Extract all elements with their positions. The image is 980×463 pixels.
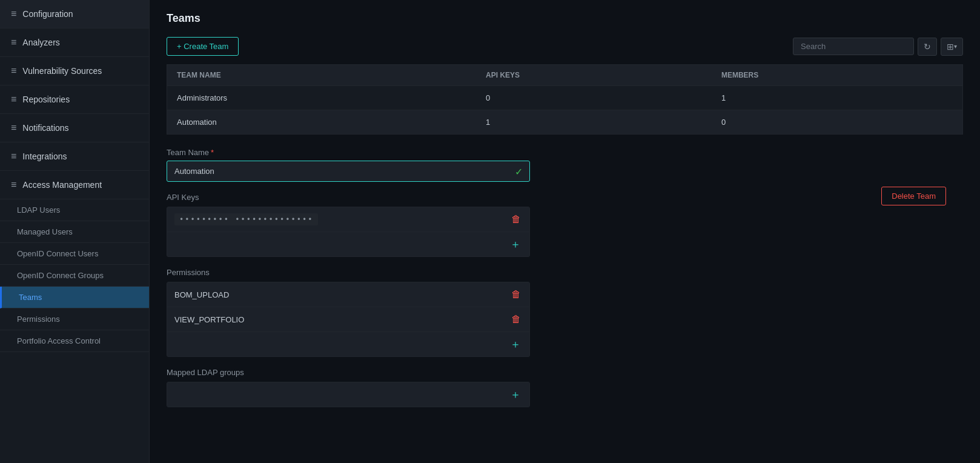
sidebar: ≡ Configuration ≡ Analyzers ≡ Vulnerabil…: [0, 0, 150, 463]
toolbar-right: ↻ ⊞ ▾: [793, 38, 963, 56]
permission-row-bom-upload: BOM_UPLOAD 🗑: [167, 282, 529, 307]
sidebar-repos-label: Repositories: [22, 95, 70, 104]
add-ldap-group-button[interactable]: ＋: [509, 386, 522, 403]
col-members: Members: [712, 65, 963, 86]
sidebar-access-label: Access Management: [22, 180, 102, 190]
sidebar-integrations-label: Integrations: [22, 152, 67, 161]
trash-icon-perm1: 🗑: [511, 289, 521, 299]
toolbar: + Create Team ↻ ⊞ ▾: [167, 37, 963, 56]
delete-permission-bom-button[interactable]: 🗑: [510, 288, 522, 301]
hamburger-icon-2: ≡: [11, 37, 16, 48]
refresh-button[interactable]: ↻: [918, 38, 937, 56]
api-key-add-row: ＋: [167, 232, 529, 256]
columns-icon: ⊞: [947, 42, 954, 52]
sidebar-vuln-label: Vulnerability Sources: [22, 66, 102, 76]
hamburger-icon: ≡: [11, 8, 16, 19]
plus-icon-perm: ＋: [510, 338, 521, 350]
table-row[interactable]: Automation 1 0: [167, 110, 963, 135]
hamburger-icon-4: ≡: [11, 94, 16, 105]
trash-icon: 🗑: [511, 214, 521, 224]
permission-add-row: ＋: [167, 332, 529, 356]
page-title: Teams: [167, 12, 963, 25]
check-icon: ✓: [515, 165, 523, 177]
sidebar-item-analyzers[interactable]: ≡ Analyzers: [0, 28, 149, 57]
sidebar-item-openid-users[interactable]: OpenID Connect Users: [0, 243, 149, 265]
main-wrapper: Teams + Create Team ↻ ⊞ ▾ Team Name API …: [167, 12, 963, 418]
sidebar-sub-items: LDAP Users Managed Users OpenID Connect …: [0, 199, 149, 352]
dropdown-arrow-icon: ▾: [954, 43, 957, 50]
api-key-row: ••••••••• •••••••••••••• 🗑: [167, 207, 529, 232]
main-content: Teams + Create Team ↻ ⊞ ▾ Team Name API …: [150, 0, 980, 463]
api-keys-label: API Keys: [167, 193, 963, 202]
delete-team-button[interactable]: Delete Team: [881, 187, 946, 205]
required-star: *: [211, 148, 214, 157]
sidebar-item-configuration[interactable]: ≡ Configuration: [0, 0, 149, 28]
hamburger-icon-7: ≡: [11, 179, 16, 190]
sidebar-item-access-management[interactable]: ≡ Access Management: [0, 171, 149, 199]
search-input[interactable]: [793, 38, 914, 55]
add-permission-button[interactable]: ＋: [509, 336, 522, 353]
add-api-key-button[interactable]: ＋: [509, 236, 522, 253]
plus-icon: ＋: [510, 238, 521, 250]
plus-icon-ldap: ＋: [510, 388, 521, 401]
sidebar-item-managed-users[interactable]: Managed Users: [0, 221, 149, 243]
delete-permission-view-button[interactable]: 🗑: [510, 313, 522, 326]
sidebar-item-teams[interactable]: Teams: [0, 287, 149, 308]
trash-icon-perm2: 🗑: [511, 314, 521, 324]
hamburger-icon-5: ≡: [11, 122, 16, 133]
teams-table: Team Name API Keys Members Administrator…: [167, 64, 963, 135]
cell-members: 0: [712, 110, 963, 135]
col-api-keys: API Keys: [476, 65, 712, 86]
refresh-icon: ↻: [924, 42, 931, 52]
sidebar-item-portfolio-access[interactable]: Portfolio Access Control: [0, 330, 149, 352]
sidebar-item-permissions[interactable]: Permissions: [0, 308, 149, 330]
sidebar-item-integrations[interactable]: ≡ Integrations: [0, 142, 149, 171]
sidebar-item-vulnerability-sources[interactable]: ≡ Vulnerability Sources: [0, 57, 149, 85]
col-team-name: Team Name: [167, 65, 477, 86]
columns-button[interactable]: ⊞ ▾: [941, 38, 963, 56]
table-body: Administrators 0 1 Automation 1 0: [167, 86, 963, 135]
mapped-ldap-box: ＋: [167, 382, 530, 407]
permissions-box: BOM_UPLOAD 🗑 VIEW_PORTFOLIO 🗑 ＋: [167, 282, 530, 357]
api-key-value: ••••••••• ••••••••••••••: [174, 213, 318, 225]
table-header: Team Name API Keys Members: [167, 65, 963, 86]
cell-api-keys: 0: [476, 86, 712, 110]
permission-name: BOM_UPLOAD: [174, 290, 229, 299]
ldap-add-row: ＋: [167, 382, 529, 407]
mapped-ldap-label: Mapped LDAP groups: [167, 368, 963, 377]
api-keys-box: ••••••••• •••••••••••••• 🗑 ＋: [167, 207, 530, 257]
cell-members: 1: [712, 86, 963, 110]
sidebar-configuration-label: Configuration: [22, 9, 73, 19]
team-name-label: Team Name *: [167, 148, 963, 157]
sidebar-item-openid-groups[interactable]: OpenID Connect Groups: [0, 265, 149, 287]
sidebar-item-repositories[interactable]: ≡ Repositories: [0, 85, 149, 114]
form-section: Team Name * ✓ API Keys ••••••••• •••••••…: [167, 148, 963, 407]
create-team-button[interactable]: + Create Team: [167, 37, 239, 56]
hamburger-icon-3: ≡: [11, 65, 16, 76]
team-name-input-wrapper: ✓: [167, 161, 530, 182]
sidebar-item-ldap-users[interactable]: LDAP Users: [0, 199, 149, 221]
table-header-row: Team Name API Keys Members: [167, 65, 963, 86]
hamburger-icon-6: ≡: [11, 151, 16, 162]
permission-name-2: VIEW_PORTFOLIO: [174, 315, 244, 324]
cell-team-name: Automation: [167, 110, 477, 135]
sidebar-item-notifications[interactable]: ≡ Notifications: [0, 114, 149, 142]
cell-api-keys: 1: [476, 110, 712, 135]
permissions-label: Permissions: [167, 268, 963, 277]
delete-api-key-button[interactable]: 🗑: [510, 213, 522, 226]
permission-row-view-portfolio: VIEW_PORTFOLIO 🗑: [167, 307, 529, 332]
team-name-input[interactable]: [167, 161, 530, 182]
sidebar-analyzers-label: Analyzers: [22, 38, 59, 47]
cell-team-name: Administrators: [167, 86, 477, 110]
table-row[interactable]: Administrators 0 1: [167, 86, 963, 110]
sidebar-notifications-label: Notifications: [22, 123, 68, 133]
